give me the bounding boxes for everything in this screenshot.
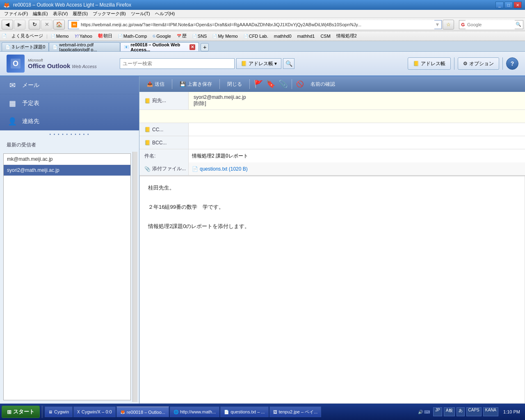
menu-edit[interactable]: 編集(E) — [30, 11, 50, 17]
bookmark-star[interactable]: ☆ — [443, 20, 454, 30]
recent-scrollbar[interactable] — [132, 152, 137, 402]
address-book-button[interactable]: 📒 アドレス帳 — [408, 57, 451, 70]
help-button[interactable]: ? — [506, 57, 518, 70]
menu-file[interactable]: ファイル(F) — [2, 11, 30, 17]
forward-button[interactable]: ▶ — [14, 20, 25, 30]
search-submit-icon[interactable]: 🔍 — [516, 22, 521, 27]
cc-input[interactable] — [192, 127, 522, 132]
header-divider2 — [502, 57, 503, 70]
taskbar-item-4[interactable]: 📄 questions.txt – ... — [220, 406, 268, 417]
sidebar-item-calendar[interactable]: ▦ 予定表 — [0, 94, 139, 112]
body-line2: ２年16組99番の数学 学です。 — [148, 202, 516, 212]
user-search-submit-button[interactable]: 🔍 — [283, 58, 294, 69]
attachment-file-link[interactable]: 📄 questions.txt (1020 B) — [192, 166, 248, 172]
tab-2[interactable]: 📧 re00018 – Outlook Web Access... ✕ — [120, 42, 199, 51]
subject-input-area[interactable] — [189, 149, 525, 162]
recent-item-0[interactable]: mk@math.meiji.ac.jp — [4, 154, 130, 165]
bookmark-mymemo[interactable]: 📄 My Memo — [210, 33, 240, 39]
bookmark-joho2[interactable]: 情報処理2 — [334, 32, 359, 40]
to-input-area[interactable]: syori2@math.meiji.ac.jp [削除] — [189, 92, 525, 110]
recent-item-1[interactable]: syori2@math.meiji.ac.jp — [4, 165, 130, 176]
taskbar-right: 🔊 ⌨ JP A般 あ CAPS KANA 1:10 PM — [416, 407, 523, 416]
ime-kana-button[interactable]: あ — [457, 407, 465, 416]
bookmark-google[interactable]: G Google — [150, 33, 173, 39]
menu-view[interactable]: 表示(V) — [50, 11, 71, 17]
tab-0[interactable]: 📄 3 レポート課題0 — [2, 42, 49, 51]
stop-button[interactable]: ✕ — [41, 20, 52, 30]
menu-bookmarks[interactable]: ブックマーク(B) — [90, 11, 128, 17]
tab-1[interactable]: 📄 webmail-intro.pdf [application/pdf o..… — [49, 42, 120, 51]
subject-input[interactable] — [192, 153, 522, 159]
taskbar-item-5[interactable]: 🖼 tenpu2.jpe – ペイ... — [269, 406, 322, 417]
owa-header: O Microsoft Office Outlook Web Access 📒 … — [0, 52, 525, 76]
cc-label[interactable]: 📒 CC... — [139, 123, 189, 136]
taskbar-item-2[interactable]: 🦊 re00018 – Outloo... — [116, 406, 169, 417]
bookmark-mathhd0[interactable]: mathhd0 — [272, 33, 294, 39]
taskbar-item-0[interactable]: 🖥 Cygwin — [45, 406, 73, 417]
bcc-input[interactable] — [192, 140, 522, 146]
user-search-input[interactable] — [120, 58, 235, 69]
header-divider — [454, 57, 454, 70]
bookmarks-bar: 📄 よく見るページ | 📄 Memo Y! Yahoo 朝 朝日 📄 Math-… — [0, 31, 525, 41]
save-button[interactable]: 💾 上書き保存 — [176, 78, 216, 90]
delete-contact-icon[interactable]: 🚫 — [296, 80, 304, 88]
address-book-dropdown-button[interactable]: 📒 アドレス帳 ▾ — [236, 58, 281, 69]
ime-jp-button[interactable]: JP — [433, 407, 442, 416]
to-input[interactable] — [250, 98, 522, 104]
calendar-icon: ▦ — [7, 98, 18, 109]
home-button[interactable]: 🏠 — [53, 20, 65, 30]
tab-2-close[interactable]: ✕ — [189, 44, 195, 50]
paperclip-icon[interactable]: 📎 — [278, 80, 288, 89]
menu-help[interactable]: ヘルプ(H) — [153, 11, 177, 17]
cc-input-area[interactable] — [189, 123, 525, 136]
bookmark-reki[interactable]: 📅 歴 — [174, 32, 189, 40]
back-button[interactable]: ◀ — [2, 20, 13, 30]
ime-a-button[interactable]: A般 — [444, 407, 455, 416]
taskbar-item-1[interactable]: X Cygwin/X – 0:0 — [73, 406, 116, 417]
bookmark-memo[interactable]: 📄 Memo — [48, 33, 71, 39]
bookmark-yokumirupeeji[interactable]: よく見るページ — [9, 32, 46, 40]
check-names-button[interactable]: 名前の確認 — [306, 78, 339, 90]
bookmark-yahoo[interactable]: Y! Yahoo — [72, 33, 94, 39]
bookmark-asahi[interactable]: 朝 朝日 — [96, 32, 115, 40]
compose-body[interactable]: 桂田先生。 ２年16組99番の数学 学です。 情報処理2課題0のレポートを添付し… — [140, 176, 525, 237]
to-label[interactable]: 📒 宛先... — [139, 92, 189, 110]
maximize-button[interactable]: □ — [504, 2, 513, 8]
minimize-button[interactable]: _ — [495, 2, 504, 8]
close-compose-button[interactable]: 閉じる — [223, 78, 246, 90]
start-button[interactable]: ⊞ スタート — [2, 406, 40, 418]
close-window-button[interactable]: ✕ — [514, 2, 522, 8]
bookmark-mathhd1[interactable]: mathhd1 — [295, 33, 317, 39]
svg-text:O: O — [13, 59, 18, 68]
menu-tools[interactable]: ツール(T) — [128, 11, 153, 17]
caps-button[interactable]: CAPS — [466, 407, 482, 416]
flag-blue-icon[interactable]: 🔖 — [266, 80, 275, 89]
bookmark-csm[interactable]: CSM — [318, 33, 333, 39]
file-icon: 📄 — [192, 166, 198, 172]
bcc-label[interactable]: 📒 BCC... — [139, 136, 189, 149]
bm-sep0: | — [46, 34, 48, 39]
bookmark-sns[interactable]: 📄 SNS — [190, 33, 210, 39]
options-icon: ⚙ — [463, 61, 468, 66]
address-input[interactable] — [79, 20, 434, 29]
attachment-label[interactable]: 📎 添付ファイル... — [139, 162, 189, 175]
options-button[interactable]: ⚙ オプション — [458, 57, 499, 70]
toolbar-sep4 — [292, 79, 292, 89]
bookmark-cfdlab[interactable]: 📄 CFD Lab. — [241, 33, 271, 39]
address-book2-icon: 📒 — [413, 61, 419, 66]
bcc-input-area[interactable] — [189, 136, 525, 149]
new-tab-button[interactable]: + — [201, 43, 209, 51]
sidebar-nav: ✉ メール ▦ 予定表 👤 連絡先 — [0, 76, 139, 130]
browser-search-input[interactable] — [466, 20, 515, 29]
bcc-address-book-icon: 📒 — [144, 140, 151, 146]
menu-history[interactable]: 履歴(S) — [70, 11, 90, 17]
sidebar-item-mail[interactable]: ✉ メール — [0, 76, 139, 94]
kana-button[interactable]: KANA — [483, 407, 498, 416]
taskbar-item-3[interactable]: 🌐 http://www.math... — [170, 406, 219, 417]
send-button[interactable]: 📤 送信 — [143, 78, 169, 90]
flag-red-icon[interactable]: 🚩 — [254, 80, 263, 89]
sidebar-item-contacts[interactable]: 👤 連絡先 — [0, 112, 139, 130]
send-icon: 📤 — [147, 81, 153, 87]
bookmark-mathcomp[interactable]: 📄 Math-Comp — [116, 33, 149, 39]
refresh-button[interactable]: ↻ — [29, 20, 40, 30]
